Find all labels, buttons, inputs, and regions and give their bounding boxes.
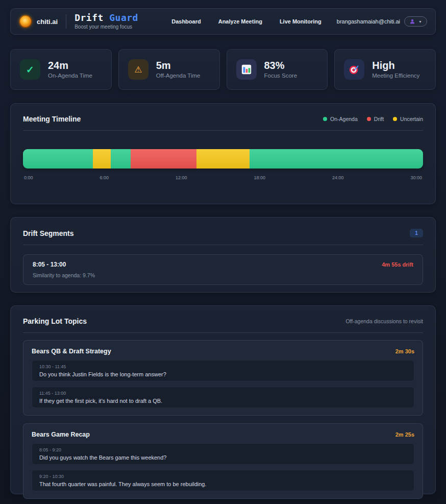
stat-value: High: [372, 60, 419, 70]
topic-quote-item: 10:30 - 11:45 Do you think Justin Fields…: [32, 360, 414, 381]
timeline-title: Meeting Timeline: [23, 115, 81, 123]
axis-tick-label: 12:00: [176, 175, 187, 180]
parking-header: Parking Lot Topics Off-agenda discussion…: [23, 317, 423, 325]
main-nav: Dashboard Analyze Meeting Live Monitorin…: [171, 18, 321, 25]
drift-segments-card: Drift Segments 1 8:05 - 13:00 4m 55s dri…: [10, 217, 436, 293]
drift-time-range: 8:05 - 13:00: [33, 261, 66, 268]
axis-tick-label: 18:00: [254, 175, 265, 180]
parking-title: Parking Lot Topics: [23, 317, 87, 325]
timeline-segment-uncertain[interactable]: [93, 149, 111, 169]
parking-subtitle: Off-agenda discussions to revisit: [345, 318, 423, 324]
bar-chart-icon: [236, 59, 257, 80]
header-divider: [66, 14, 66, 29]
topic-quote-item: 8:05 - 9:20 Did you guys watch the Bears…: [32, 443, 414, 465]
quote-time: 9:20 - 10:30: [39, 474, 407, 479]
page-subtitle: Boost your meeting focus: [75, 24, 138, 30]
divider: [23, 245, 423, 245]
drift-count-badge: 1: [410, 229, 423, 237]
user-icon: [409, 18, 415, 25]
timeline-segment-on-agenda[interactable]: [23, 149, 93, 169]
stat-text: 83% Focus Score: [264, 60, 298, 79]
topic-quote-item: 11:45 - 13:00 If they get the first pick…: [32, 387, 414, 408]
warning-glyph: ⚠: [134, 64, 142, 75]
yellow-dot-icon: [393, 117, 397, 121]
green-dot-icon: [323, 117, 327, 121]
stat-on-agenda-time: ✓ 24m On-Agenda Time: [10, 49, 112, 90]
timeline-header: Meeting Timeline On-Agenda Drift Uncerta…: [23, 115, 423, 123]
page: chiti.ai Drift Guard Boost your meeting …: [0, 0, 446, 494]
stat-value: 24m: [48, 60, 92, 70]
timeline-segment-drift[interactable]: [131, 149, 196, 169]
axis-tick-label: 6:00: [100, 175, 109, 180]
quote-text: That fourth quarter was painful. They al…: [39, 481, 407, 487]
quote-text: If they get the first pick, it's hard no…: [39, 398, 407, 404]
app-header: chiti.ai Drift Guard Boost your meeting …: [10, 8, 436, 35]
page-title: Drift Guard: [75, 13, 138, 22]
axis-tick-label: 24:00: [332, 175, 344, 180]
warning-icon: ⚠: [128, 59, 148, 80]
meeting-timeline-card: Meeting Timeline On-Agenda Drift Uncerta…: [10, 103, 436, 204]
quote-time: 8:05 - 9:20: [39, 447, 407, 452]
stat-value: 5m: [156, 60, 201, 70]
topic-duration: 2m 30s: [395, 348, 414, 354]
topic-title: Bears QB & Draft Strategy: [32, 348, 111, 355]
stat-off-agenda-time: ⚠ 5m Off-Agenda Time: [118, 49, 220, 90]
drift-title: Drift Segments: [23, 229, 74, 237]
quote-time: 10:30 - 11:45: [39, 364, 407, 369]
timeline-legend: On-Agenda Drift Uncertain: [323, 116, 423, 122]
quote-text: Did you guys watch the Bears game this w…: [39, 454, 407, 461]
divider: [23, 130, 423, 131]
topic-quote-item: 9:20 - 10:30 That fourth quarter was pai…: [32, 470, 414, 491]
topic-header: Bears Game Recap 2m 25s: [32, 431, 414, 438]
topic-bears-game-recap: Bears Game Recap 2m 25s 8:05 - 9:20 Did …: [23, 423, 423, 499]
legend-on-agenda: On-Agenda: [323, 116, 358, 122]
drift-similarity: Similarity to agenda: 9.7%: [33, 272, 413, 278]
stat-text: High Meeting Efficiency: [372, 60, 419, 79]
topic-bears-qb-draft: Bears QB & Draft Strategy 2m 30s 10:30 -…: [23, 340, 423, 416]
quote-time: 11:45 - 13:00: [39, 391, 407, 396]
axis-tick-label: 0:00: [24, 175, 33, 180]
stat-value: 83%: [264, 60, 298, 70]
nav-live-monitoring[interactable]: Live Monitoring: [280, 18, 321, 25]
drift-duration: 4m 55s drift: [382, 261, 413, 268]
timeline-bar: [23, 149, 423, 169]
red-dot-icon: [367, 117, 371, 121]
stat-label: Off-Agenda Time: [156, 73, 201, 79]
chiti-logo-icon: [19, 15, 32, 28]
brand-name: chiti.ai: [37, 18, 58, 26]
account-menu-button[interactable]: ▼: [404, 16, 427, 27]
nav-analyze-meeting[interactable]: Analyze Meeting: [218, 18, 262, 25]
topic-title: Bears Game Recap: [32, 431, 90, 438]
account-email: brangashamaiah@chiti.ai: [337, 18, 400, 25]
drift-header: Drift Segments 1: [23, 229, 423, 237]
axis-tick-label: 30:00: [410, 175, 422, 180]
check-icon: ✓: [20, 59, 40, 80]
legend-drift: Drift: [367, 116, 384, 122]
timeline-axis: 0:006:0012:0018:0024:0030:00: [23, 175, 423, 180]
legend-uncertain: Uncertain: [393, 116, 423, 122]
stat-label: Meeting Efficiency: [372, 73, 419, 79]
nav-dashboard[interactable]: Dashboard: [171, 18, 201, 25]
parking-lot-card: Parking Lot Topics Off-agenda discussion…: [10, 305, 436, 494]
title-block: Drift Guard Boost your meeting focus: [75, 13, 138, 30]
topic-header: Bears QB & Draft Strategy 2m 30s: [32, 348, 414, 355]
stat-label: On-Agenda Time: [48, 73, 92, 79]
check-glyph: ✓: [26, 64, 34, 76]
title-accent: Guard: [109, 12, 138, 23]
topic-duration: 2m 25s: [395, 431, 414, 438]
divider: [23, 332, 423, 333]
timeline-segment-on-agenda[interactable]: [250, 149, 423, 169]
account-area: brangashamaiah@chiti.ai ▼: [337, 16, 427, 27]
stat-cards: ✓ 24m On-Agenda Time ⚠ 5m Off-Agenda Tim…: [10, 49, 436, 90]
stat-meeting-efficiency: High Meeting Efficiency: [334, 49, 436, 90]
stat-text: 24m On-Agenda Time: [48, 60, 92, 79]
target-icon: [344, 59, 364, 80]
quote-text: Do you think Justin Fields is the long-t…: [39, 371, 407, 377]
drift-segment-row: 8:05 - 13:00 4m 55s drift: [33, 261, 413, 268]
title-primary: Drift: [75, 12, 104, 23]
stat-text: 5m Off-Agenda Time: [156, 60, 201, 79]
stat-label: Focus Score: [264, 73, 298, 79]
timeline-segment-on-agenda[interactable]: [111, 149, 131, 169]
timeline-segment-uncertain[interactable]: [196, 149, 250, 169]
stat-focus-score: 83% Focus Score: [227, 49, 328, 90]
